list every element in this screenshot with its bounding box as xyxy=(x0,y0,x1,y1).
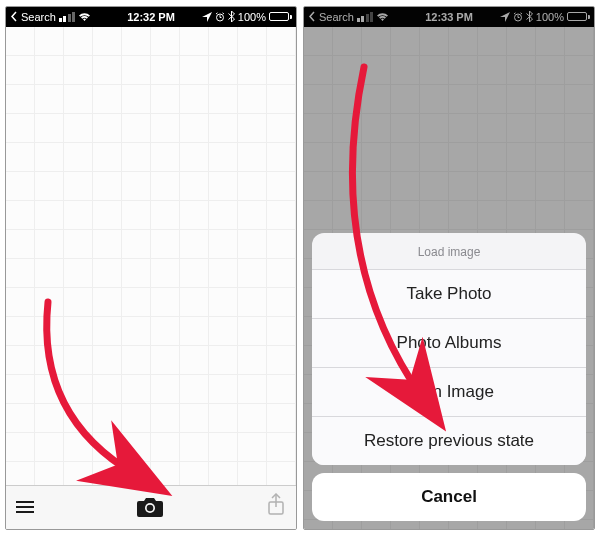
svg-line-3 xyxy=(216,12,218,13)
right-phone-screenshot: Search 12:33 PM 100% xyxy=(303,6,595,530)
left-phone-screenshot: Search 12:32 PM 100% xyxy=(5,6,297,530)
clock: 12:32 PM xyxy=(127,11,175,23)
camera-button[interactable] xyxy=(128,485,172,529)
annotation-arrow xyxy=(6,27,297,507)
toolbar xyxy=(6,485,296,529)
drawing-canvas[interactable] xyxy=(6,27,296,485)
status-bar: Search 12:32 PM 100% xyxy=(6,7,296,27)
photo-albums-option[interactable]: Photo Albums xyxy=(312,318,586,367)
back-label[interactable]: Search xyxy=(21,11,56,23)
cancel-button[interactable]: Cancel xyxy=(312,473,586,521)
battery-percentage: 100% xyxy=(238,11,266,23)
back-chevron-icon[interactable] xyxy=(10,11,18,22)
wifi-icon xyxy=(78,12,91,22)
action-sheet-title: Load image xyxy=(312,233,586,269)
restore-state-option[interactable]: Restore previous state xyxy=(312,416,586,465)
action-sheet: Load image Take Photo Photo Albums Plain… xyxy=(312,233,586,465)
alarm-icon xyxy=(215,12,225,22)
take-photo-option[interactable]: Take Photo xyxy=(312,269,586,318)
modal-overlay[interactable]: Load image Take Photo Photo Albums Plain… xyxy=(304,7,594,529)
location-icon xyxy=(202,12,212,22)
battery-icon xyxy=(269,12,292,21)
menu-button[interactable] xyxy=(16,498,34,516)
signal-strength-icon xyxy=(59,12,76,22)
plain-image-option[interactable]: Plain Image xyxy=(312,367,586,416)
bluetooth-icon xyxy=(228,11,235,22)
svg-line-4 xyxy=(222,12,224,13)
share-button[interactable] xyxy=(266,493,286,521)
svg-point-6 xyxy=(147,505,154,512)
